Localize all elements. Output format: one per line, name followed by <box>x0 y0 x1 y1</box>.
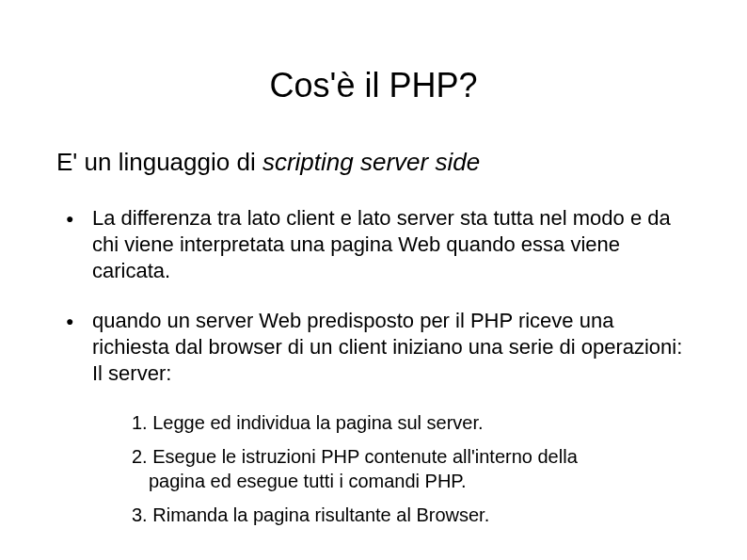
slide-subtitle: E' un linguaggio di scripting server sid… <box>56 148 691 177</box>
subtitle-italic: scripting server side <box>262 148 480 176</box>
item-text: Rimanda la pagina risultante al Browser. <box>152 504 489 525</box>
item-text-line1: Esegue le istruzioni PHP contenute all'i… <box>152 446 578 467</box>
slide: Cos'è il PHP? E' un linguaggio di script… <box>0 0 747 560</box>
numbered-list: 1. Legge ed individua la pagina sul serv… <box>56 410 691 527</box>
slide-title: Cos'è il PHP? <box>56 66 691 105</box>
item-number: 3. <box>132 504 148 525</box>
bullet-text: quando un server Web predisposto per il … <box>85 308 691 387</box>
item-text: Legge ed individua la pagina sul server. <box>152 412 483 433</box>
numbered-item: 1. Legge ed individua la pagina sul serv… <box>132 410 691 435</box>
bullet-list: ● La differenza tra lato client e lato s… <box>56 205 691 387</box>
numbered-item: 2. Esegue le istruzioni PHP contenute al… <box>132 444 691 493</box>
item-text-line2: pagina ed esegue tutti i comandi PHP. <box>132 469 691 493</box>
bullet-text: La differenza tra lato client e lato ser… <box>85 205 691 284</box>
bullet-dot-icon: ● <box>66 308 85 334</box>
bullet-dot-icon: ● <box>66 205 85 232</box>
numbered-item: 3. Rimanda la pagina risultante al Brows… <box>132 503 691 527</box>
item-number: 1. <box>132 412 148 433</box>
item-number: 2. <box>132 446 148 467</box>
bullet-item: ● La differenza tra lato client e lato s… <box>66 205 691 284</box>
bullet-item: ● quando un server Web predisposto per i… <box>66 308 691 387</box>
subtitle-prefix: E' un linguaggio di <box>56 148 262 176</box>
